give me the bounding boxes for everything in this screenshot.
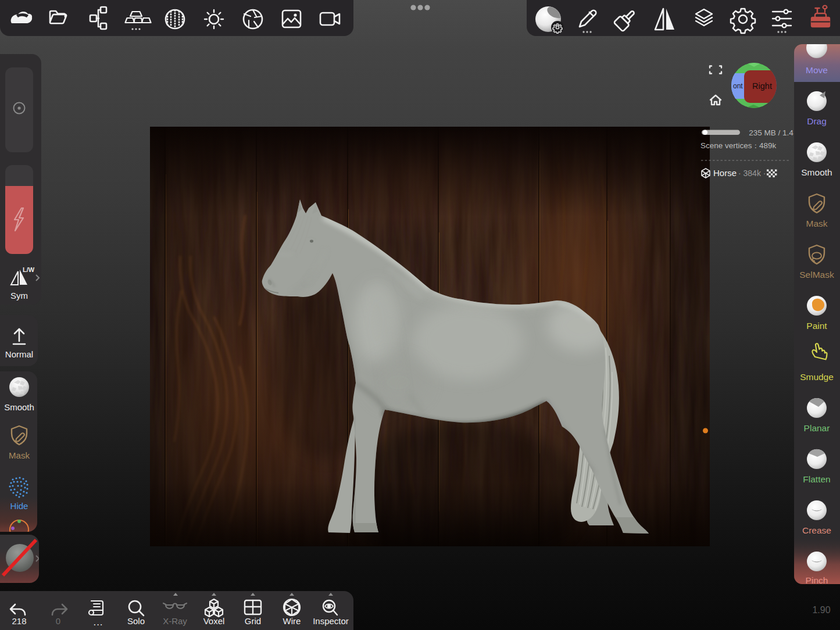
svg-text:Mask: Mask	[806, 219, 827, 228]
svg-text:Flatten: Flatten	[803, 474, 830, 484]
svg-text:Smooth: Smooth	[4, 402, 34, 412]
svg-text:0: 0	[56, 616, 60, 626]
svg-text:Planar: Planar	[804, 423, 830, 433]
svg-text:Pinch: Pinch	[806, 575, 828, 584]
svg-text:· 384k ·: · 384k ·	[738, 169, 766, 178]
svg-text:Smudge: Smudge	[800, 372, 834, 382]
svg-text:Normal: Normal	[5, 349, 33, 359]
svg-text:Move: Move	[806, 65, 828, 75]
svg-text:Wire: Wire	[283, 616, 301, 626]
svg-text:Smooth: Smooth	[801, 167, 832, 177]
svg-text:SelMask: SelMask	[799, 270, 834, 280]
svg-text:Inspector: Inspector	[313, 616, 349, 626]
svg-text:...: ...	[93, 617, 103, 628]
svg-text:Right: Right	[752, 81, 772, 91]
svg-text:ont: ont	[733, 82, 743, 90]
svg-text:Grid: Grid	[245, 616, 261, 626]
svg-text:Sym: Sym	[10, 291, 28, 300]
svg-text:218: 218	[12, 616, 26, 626]
svg-text:Paint: Paint	[806, 321, 827, 331]
svg-text:Scene vertices：489k: Scene vertices：489k	[700, 141, 777, 150]
svg-text:Crease: Crease	[802, 525, 831, 535]
svg-text:Mask: Mask	[9, 450, 30, 460]
svg-text:X-Ray: X-Ray	[163, 616, 187, 626]
svg-text:Horse: Horse	[713, 168, 737, 178]
svg-text:Drag: Drag	[807, 116, 827, 126]
svg-text:Solo: Solo	[127, 616, 145, 626]
svg-text:Hide: Hide	[10, 501, 28, 511]
svg-text:Voxel: Voxel	[203, 616, 225, 626]
svg-text:L/W: L/W	[23, 266, 35, 273]
